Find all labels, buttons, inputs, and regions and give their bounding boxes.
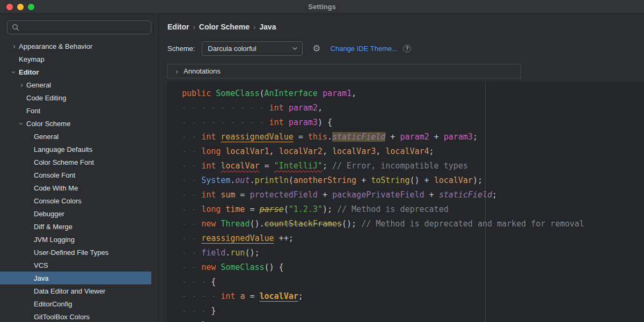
code-token: staticField: [439, 190, 492, 200]
sidebar-item-color-scheme-font[interactable]: Color Scheme Font: [0, 156, 151, 169]
chevron-down-icon[interactable]: ›: [10, 68, 19, 77]
sidebar-item-debugger[interactable]: Debugger: [0, 207, 151, 220]
gear-icon[interactable]: ⚙: [312, 44, 320, 53]
code-token: int: [201, 190, 221, 200]
sidebar-item-user-defined-file-types[interactable]: User-Defined File Types: [0, 246, 151, 259]
sidebar-item-editorconfig[interactable]: EditorConfig: [0, 297, 151, 310]
breadcrumb-item[interactable]: Editor: [167, 23, 189, 31]
code-line: - - int reassignedValue = this.staticFie…: [182, 130, 584, 144]
code-token: param2: [289, 103, 318, 113]
code-token: localVar3: [332, 147, 376, 156]
chevron-spacer: [25, 312, 34, 321]
code-line: - - System.out.println(anotherString + t…: [182, 173, 584, 188]
code-token: // Method is deprecated: [337, 204, 449, 214]
chevron-spacer: [25, 261, 34, 270]
code-token: protectedField: [250, 190, 317, 200]
sidebar-item-diff-merge[interactable]: Diff & Merge: [0, 220, 151, 233]
code-lines: public SomeClass(AnInterface param1,- - …: [182, 86, 584, 322]
chevron-spacer: [25, 248, 34, 257]
code-token: field: [201, 248, 225, 258]
code-token: toString: [371, 175, 409, 185]
code-token: +: [429, 132, 444, 142]
sidebar-item-label: Editor: [19, 68, 39, 76]
sidebar-item-language-defaults[interactable]: Language Defaults: [0, 143, 151, 156]
indent-whitespace: - - -: [182, 306, 211, 316]
code-token: localVar: [434, 175, 473, 185]
minimize-button[interactable]: [17, 4, 24, 10]
close-button[interactable]: [6, 4, 13, 10]
sidebar-item-font[interactable]: Font: [0, 104, 151, 117]
code-token: reassignedValue: [201, 233, 274, 243]
code-token: ,: [352, 89, 356, 98]
code-token: () {: [265, 262, 284, 272]
code-token: int: [221, 291, 240, 301]
chevron-spacer: [25, 184, 34, 193]
code-token: );: [323, 204, 337, 214]
sidebar-item-label: VCS: [34, 261, 48, 269]
chevron-right-icon[interactable]: ›: [17, 80, 26, 90]
sidebar-item-java[interactable]: Java: [0, 272, 151, 284]
sidebar-item-keymap[interactable]: Keymap: [0, 53, 151, 65]
code-token: =: [294, 132, 308, 142]
sidebar-item-jvm-logging[interactable]: JVM Logging: [0, 233, 151, 246]
code-line: - - int sum = protectedField + packagePr…: [182, 188, 584, 202]
sidebar-item-label: General: [34, 133, 58, 141]
breadcrumb-separator: ›: [193, 23, 195, 31]
code-token: param2: [400, 132, 429, 142]
code-token: int: [201, 132, 221, 142]
code-token: run: [230, 248, 245, 258]
code-line: - - - }: [182, 304, 584, 318]
chevron-down-icon[interactable]: ›: [17, 119, 26, 128]
chevron-right-icon[interactable]: ›: [10, 42, 19, 51]
code-token: parse: [260, 204, 284, 214]
sidebar-item-appearance-behavior[interactable]: ›Appearance & Behavior: [0, 40, 151, 53]
sidebar-item-general[interactable]: General: [0, 130, 151, 143]
indent-whitespace: - -: [182, 219, 201, 229]
scheme-select[interactable]: Darcula colorful: [202, 41, 303, 56]
sidebar-item-data-editor-and-viewer[interactable]: Data Editor and Viewer: [0, 284, 151, 297]
search-input[interactable]: [23, 23, 147, 32]
code-token: ,: [376, 147, 385, 156]
sidebar-item-color-scheme[interactable]: ›Color Scheme: [0, 117, 151, 130]
code-token: // Method is deprecated and marked for r…: [361, 219, 584, 229]
sidebar-item-vcs[interactable]: VCS: [0, 259, 151, 272]
sidebar-item-gittoolbox-colors[interactable]: GitToolBox Colors: [0, 310, 151, 322]
sidebar-item-console-colors[interactable]: Console Colors: [0, 194, 151, 207]
chevron-spacer: [25, 274, 34, 283]
indent-whitespace: - -: [182, 132, 201, 142]
code-token: =: [260, 161, 274, 171]
sidebar-item-general[interactable]: ›General: [0, 78, 151, 91]
breadcrumb-item[interactable]: Java: [259, 23, 276, 31]
code-token: }: [211, 306, 216, 316]
code-token: ;: [429, 147, 434, 156]
sidebar-item-code-with-me[interactable]: Code With Me: [0, 181, 151, 194]
options-row-annotations[interactable]: › Annotations: [167, 67, 521, 76]
chevron-right-icon[interactable]: ›: [172, 67, 181, 76]
code-token: Thread: [221, 219, 250, 229]
sidebar-item-label: General: [26, 81, 51, 89]
indent-whitespace: - -: [182, 204, 201, 214]
chevron-spacer: [17, 93, 26, 103]
sidebar-item-editor[interactable]: ›Editor: [0, 65, 151, 78]
code-token: param3: [444, 132, 473, 142]
sidebar-item-console-font[interactable]: Console Font: [0, 169, 151, 181]
code-token: println: [254, 175, 288, 185]
code-token: {: [211, 277, 216, 287]
indent-whitespace: - -: [182, 233, 201, 243]
search-icon: [12, 24, 19, 31]
chevron-spacer: [25, 287, 34, 296]
chevron-spacer: [25, 132, 34, 141]
zoom-button[interactable]: [28, 4, 34, 10]
code-token: anotherString: [294, 175, 356, 185]
chevron-spacer: [25, 235, 34, 244]
code-editor[interactable]: public SomeClass(AnInterface param1,- - …: [167, 82, 644, 322]
sidebar-item-label: Language Defaults: [34, 145, 92, 153]
code-token: public: [182, 89, 216, 98]
change-ide-theme-link[interactable]: Change IDE Theme...: [331, 45, 398, 53]
chevron-spacer: [10, 55, 19, 64]
sidebar-item-code-editing[interactable]: Code Editing: [0, 91, 151, 104]
code-token: +: [356, 175, 371, 185]
indent-whitespace: - -: [182, 147, 201, 156]
help-icon[interactable]: ?: [403, 45, 411, 53]
breadcrumb-item[interactable]: Color Scheme: [199, 23, 250, 31]
